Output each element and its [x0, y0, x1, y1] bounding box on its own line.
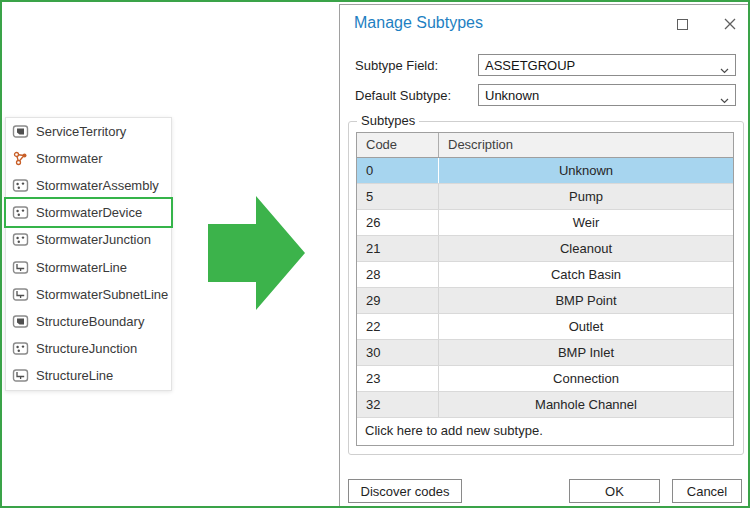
layer-item-Stormwater[interactable]: Stormwater: [6, 145, 171, 172]
table-row[interactable]: 23Connection: [357, 366, 733, 392]
line-icon: [12, 259, 29, 276]
table-header: CodeDescription: [357, 133, 733, 158]
cancel-button[interactable]: Cancel: [672, 479, 742, 503]
layer-list: ServiceTerritoryStormwaterStormwaterAsse…: [5, 117, 172, 391]
subtype-field-value: ASSETGROUP: [485, 58, 575, 73]
layer-item-StormwaterJunction[interactable]: StormwaterJunction: [6, 226, 171, 253]
cell-description[interactable]: BMP Inlet: [439, 340, 733, 365]
cell-code[interactable]: 0: [357, 158, 439, 183]
subtypes-table: CodeDescription0Unknown5Pump26Weir21Clea…: [356, 132, 734, 446]
screenshot-frame: ServiceTerritoryStormwaterStormwaterAsse…: [0, 0, 750, 508]
point-icon: [12, 340, 29, 357]
cell-code[interactable]: 28: [357, 262, 439, 287]
layer-item-label: ServiceTerritory: [36, 124, 126, 139]
table-row[interactable]: 30BMP Inlet: [357, 340, 733, 366]
column-header-code: Code: [357, 133, 439, 157]
maximize-button[interactable]: [673, 15, 691, 33]
cell-code[interactable]: 30: [357, 340, 439, 365]
layer-item-label: StructureBoundary: [36, 314, 144, 329]
subtypes-group-label: Subtypes: [357, 113, 419, 128]
layer-item-label: StormwaterJunction: [36, 232, 151, 247]
cell-description[interactable]: Unknown: [439, 158, 733, 183]
manage-subtypes-dialog: Manage Subtypes Subtype Field: ASSETGROU…: [339, 4, 750, 507]
layer-item-label: StormwaterLine: [36, 260, 127, 275]
column-header-description: Description: [439, 133, 733, 157]
point-icon: [12, 231, 29, 248]
cell-description[interactable]: Cleanout: [439, 236, 733, 261]
default-subtype-dropdown[interactable]: Unknown: [478, 84, 736, 106]
cell-code[interactable]: 5: [357, 184, 439, 209]
cell-description[interactable]: Outlet: [439, 314, 733, 339]
layer-item-StructureJunction[interactable]: StructureJunction: [6, 335, 171, 362]
cell-code[interactable]: 29: [357, 288, 439, 313]
cell-description[interactable]: Catch Basin: [439, 262, 733, 287]
cell-description[interactable]: Weir: [439, 210, 733, 235]
cell-description[interactable]: Pump: [439, 184, 733, 209]
subtype-field-dropdown[interactable]: ASSETGROUP: [478, 54, 736, 76]
layer-item-StormwaterSubnetLine[interactable]: StormwaterSubnetLine: [6, 281, 171, 308]
table-row[interactable]: 28Catch Basin: [357, 262, 733, 288]
line-icon: [12, 367, 29, 384]
polygon-icon: [12, 123, 29, 140]
layer-item-StructureLine[interactable]: StructureLine: [6, 362, 171, 389]
table-row[interactable]: 32Manhole Channel: [357, 392, 733, 418]
layer-item-label: StructureLine: [36, 368, 113, 383]
table-row[interactable]: 22Outlet: [357, 314, 733, 340]
table-row[interactable]: 0Unknown: [357, 158, 733, 184]
polygon-icon: [12, 313, 29, 330]
cell-code[interactable]: 26: [357, 210, 439, 235]
network-icon: [12, 150, 29, 167]
table-row[interactable]: 29BMP Point: [357, 288, 733, 314]
layer-item-StormwaterDevice[interactable]: StormwaterDevice: [6, 199, 171, 226]
cell-code[interactable]: 22: [357, 314, 439, 339]
cell-code[interactable]: 21: [357, 236, 439, 261]
layer-item-label: StormwaterAssembly: [36, 178, 159, 193]
arrow-right-icon: [208, 195, 306, 316]
layer-item-label: StructureJunction: [36, 341, 137, 356]
table-row[interactable]: 5Pump: [357, 184, 733, 210]
ok-button[interactable]: OK: [569, 479, 660, 503]
default-subtype-label: Default Subtype:: [355, 88, 451, 103]
cell-description[interactable]: Manhole Channel: [439, 392, 733, 417]
layer-item-label: Stormwater: [36, 151, 102, 166]
add-subtype-row[interactable]: Click here to add new subtype.: [357, 418, 733, 445]
dialog-title: Manage Subtypes: [354, 14, 483, 32]
layer-item-StormwaterLine[interactable]: StormwaterLine: [6, 253, 171, 280]
point-icon: [12, 204, 29, 221]
table-row[interactable]: 21Cleanout: [357, 236, 733, 262]
subtype-field-label: Subtype Field:: [355, 58, 438, 73]
close-button[interactable]: [721, 15, 739, 33]
cell-code[interactable]: 23: [357, 366, 439, 391]
layer-item-StormwaterAssembly[interactable]: StormwaterAssembly: [6, 172, 171, 199]
layer-item-label: StormwaterSubnetLine: [36, 287, 168, 302]
table-row[interactable]: 26Weir: [357, 210, 733, 236]
point-icon: [12, 177, 29, 194]
cell-description[interactable]: BMP Point: [439, 288, 733, 313]
chevron-down-icon: [720, 92, 729, 107]
line-icon: [12, 286, 29, 303]
layer-item-StructureBoundary[interactable]: StructureBoundary: [6, 308, 171, 335]
cell-description[interactable]: Connection: [439, 366, 733, 391]
default-subtype-value: Unknown: [485, 88, 539, 103]
chevron-down-icon: [720, 62, 729, 77]
subtypes-groupbox: Subtypes CodeDescription0Unknown5Pump26W…: [348, 121, 744, 455]
discover-codes-button[interactable]: Discover codes: [348, 479, 462, 503]
layer-item-label: StormwaterDevice: [36, 205, 142, 220]
layer-item-ServiceTerritory[interactable]: ServiceTerritory: [6, 118, 171, 145]
cell-code[interactable]: 32: [357, 392, 439, 417]
